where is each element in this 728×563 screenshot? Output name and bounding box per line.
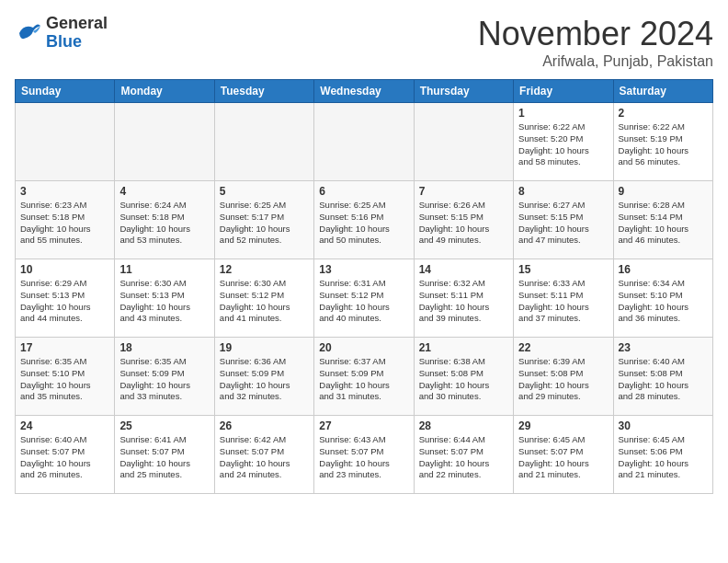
day-info: Sunrise: 6:37 AM Sunset: 5:09 PM Dayligh… [319,356,408,403]
weekday-header-friday: Friday [514,80,613,103]
calendar-day: 2Sunrise: 6:22 AM Sunset: 5:19 PM Daylig… [613,103,712,181]
calendar-day: 28Sunrise: 6:44 AM Sunset: 5:07 PM Dayli… [414,416,513,494]
day-info: Sunrise: 6:45 AM Sunset: 5:07 PM Dayligh… [518,434,608,481]
logo: General Blue [15,15,108,52]
day-number: 26 [220,419,309,432]
calendar-day: 22Sunrise: 6:39 AM Sunset: 5:08 PM Dayli… [514,338,613,416]
calendar-day: 6Sunrise: 6:25 AM Sunset: 5:16 PM Daylig… [314,181,414,259]
calendar-day: 18Sunrise: 6:35 AM Sunset: 5:09 PM Dayli… [115,338,214,416]
day-number: 1 [518,107,608,120]
weekday-header-saturday: Saturday [613,80,712,103]
day-number: 8 [518,185,608,198]
day-number: 23 [619,341,708,354]
day-number: 11 [119,263,209,276]
calendar-day [115,103,214,181]
day-info: Sunrise: 6:32 AM Sunset: 5:11 PM Dayligh… [419,278,508,325]
calendar-day: 30Sunrise: 6:45 AM Sunset: 5:06 PM Dayli… [613,416,712,494]
day-number: 28 [419,419,508,432]
day-info: Sunrise: 6:26 AM Sunset: 5:15 PM Dayligh… [419,200,508,247]
calendar-week-row: 3Sunrise: 6:23 AM Sunset: 5:18 PM Daylig… [16,181,713,259]
day-info: Sunrise: 6:34 AM Sunset: 5:10 PM Dayligh… [619,278,708,325]
calendar-day: 27Sunrise: 6:43 AM Sunset: 5:07 PM Dayli… [314,416,414,494]
day-info: Sunrise: 6:35 AM Sunset: 5:09 PM Dayligh… [119,356,209,403]
logo-general-text: General [46,14,108,32]
calendar-day: 4Sunrise: 6:24 AM Sunset: 5:18 PM Daylig… [115,181,214,259]
day-number: 24 [20,419,109,432]
calendar-day: 29Sunrise: 6:45 AM Sunset: 5:07 PM Dayli… [514,416,613,494]
day-number: 29 [518,419,608,432]
day-info: Sunrise: 6:25 AM Sunset: 5:16 PM Dayligh… [319,200,408,247]
day-number: 5 [220,185,309,198]
day-number: 30 [619,419,708,432]
weekday-header-sunday: Sunday [16,80,115,103]
day-info: Sunrise: 6:36 AM Sunset: 5:09 PM Dayligh… [220,356,309,403]
day-info: Sunrise: 6:35 AM Sunset: 5:10 PM Dayligh… [20,356,109,403]
day-number: 18 [119,341,209,354]
day-info: Sunrise: 6:27 AM Sunset: 5:15 PM Dayligh… [518,200,608,247]
calendar-day: 25Sunrise: 6:41 AM Sunset: 5:07 PM Dayli… [115,416,214,494]
day-number: 2 [619,107,708,120]
day-number: 17 [20,341,109,354]
calendar-table: SundayMondayTuesdayWednesdayThursdayFrid… [15,79,713,494]
day-number: 3 [20,185,109,198]
day-number: 9 [619,185,708,198]
day-number: 10 [20,263,109,276]
calendar-day: 8Sunrise: 6:27 AM Sunset: 5:15 PM Daylig… [514,181,613,259]
weekday-header-tuesday: Tuesday [214,80,313,103]
calendar-day: 23Sunrise: 6:40 AM Sunset: 5:08 PM Dayli… [613,338,712,416]
day-info: Sunrise: 6:38 AM Sunset: 5:08 PM Dayligh… [419,356,508,403]
day-number: 12 [220,263,309,276]
calendar-day: 14Sunrise: 6:32 AM Sunset: 5:11 PM Dayli… [414,259,513,338]
day-info: Sunrise: 6:25 AM Sunset: 5:17 PM Dayligh… [220,200,309,247]
calendar-day: 24Sunrise: 6:40 AM Sunset: 5:07 PM Dayli… [16,416,115,494]
day-info: Sunrise: 6:40 AM Sunset: 5:08 PM Dayligh… [619,356,708,403]
calendar-week-row: 17Sunrise: 6:35 AM Sunset: 5:10 PM Dayli… [16,338,713,416]
calendar-day: 26Sunrise: 6:42 AM Sunset: 5:07 PM Dayli… [214,416,313,494]
day-number: 15 [518,263,608,276]
logo-blue-text: Blue [46,32,82,51]
calendar-day: 5Sunrise: 6:25 AM Sunset: 5:17 PM Daylig… [214,181,313,259]
day-info: Sunrise: 6:41 AM Sunset: 5:07 PM Dayligh… [119,434,209,481]
day-number: 22 [518,341,608,354]
location-text: Arifwala, Punjab, Pakistan [478,53,713,70]
calendar-day: 17Sunrise: 6:35 AM Sunset: 5:10 PM Dayli… [16,338,115,416]
page-header: General Blue November 2024 Arifwala, Pun… [15,15,713,70]
weekday-header-row: SundayMondayTuesdayWednesdayThursdayFrid… [16,80,713,103]
calendar-day: 10Sunrise: 6:29 AM Sunset: 5:13 PM Dayli… [16,259,115,338]
day-info: Sunrise: 6:30 AM Sunset: 5:13 PM Dayligh… [119,278,209,325]
day-number: 7 [419,185,508,198]
calendar-day: 16Sunrise: 6:34 AM Sunset: 5:10 PM Dayli… [613,259,712,338]
day-info: Sunrise: 6:29 AM Sunset: 5:13 PM Dayligh… [20,278,109,325]
day-info: Sunrise: 6:28 AM Sunset: 5:14 PM Dayligh… [619,200,708,247]
day-info: Sunrise: 6:39 AM Sunset: 5:08 PM Dayligh… [518,356,608,403]
calendar-week-row: 10Sunrise: 6:29 AM Sunset: 5:13 PM Dayli… [16,259,713,338]
calendar-day: 12Sunrise: 6:30 AM Sunset: 5:12 PM Dayli… [214,259,313,338]
calendar-day: 15Sunrise: 6:33 AM Sunset: 5:11 PM Dayli… [514,259,613,338]
day-info: Sunrise: 6:40 AM Sunset: 5:07 PM Dayligh… [20,434,109,481]
weekday-header-thursday: Thursday [414,80,513,103]
calendar-day: 21Sunrise: 6:38 AM Sunset: 5:08 PM Dayli… [414,338,513,416]
calendar-day: 7Sunrise: 6:26 AM Sunset: 5:15 PM Daylig… [414,181,513,259]
calendar-day [314,103,414,181]
day-number: 19 [220,341,309,354]
day-number: 25 [119,419,209,432]
day-number: 27 [319,419,408,432]
calendar-day [16,103,115,181]
calendar-day: 3Sunrise: 6:23 AM Sunset: 5:18 PM Daylig… [16,181,115,259]
title-block: November 2024 Arifwala, Punjab, Pakistan [478,15,713,70]
calendar-day: 20Sunrise: 6:37 AM Sunset: 5:09 PM Dayli… [314,338,414,416]
day-info: Sunrise: 6:42 AM Sunset: 5:07 PM Dayligh… [220,434,309,481]
day-number: 6 [319,185,408,198]
calendar-day [214,103,313,181]
day-info: Sunrise: 6:43 AM Sunset: 5:07 PM Dayligh… [319,434,408,481]
calendar-day: 11Sunrise: 6:30 AM Sunset: 5:13 PM Dayli… [115,259,214,338]
calendar-week-row: 24Sunrise: 6:40 AM Sunset: 5:07 PM Dayli… [16,416,713,494]
calendar-day: 9Sunrise: 6:28 AM Sunset: 5:14 PM Daylig… [613,181,712,259]
day-number: 21 [419,341,508,354]
weekday-header-monday: Monday [115,80,214,103]
calendar-day: 1Sunrise: 6:22 AM Sunset: 5:20 PM Daylig… [514,103,613,181]
day-info: Sunrise: 6:22 AM Sunset: 5:20 PM Dayligh… [518,121,608,168]
day-info: Sunrise: 6:24 AM Sunset: 5:18 PM Dayligh… [119,200,209,247]
day-info: Sunrise: 6:31 AM Sunset: 5:12 PM Dayligh… [319,278,408,325]
day-info: Sunrise: 6:23 AM Sunset: 5:18 PM Dayligh… [20,200,109,247]
